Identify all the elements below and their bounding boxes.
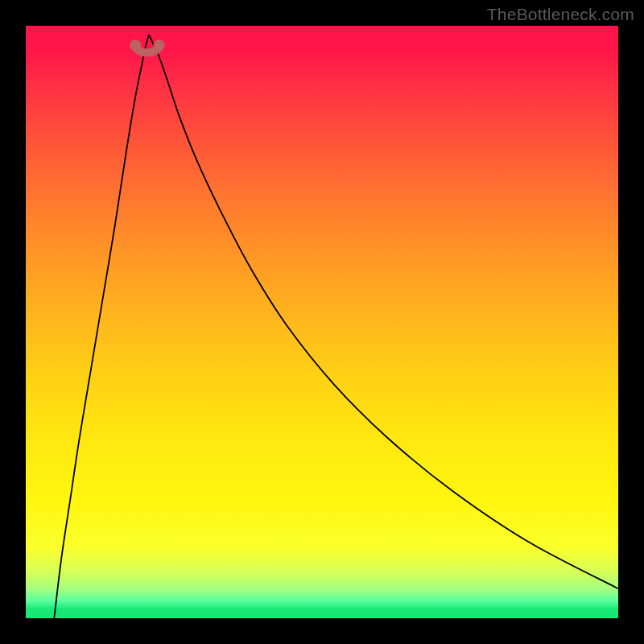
curve-right-branch [149, 35, 618, 588]
attribution-text: TheBottleneck.com [487, 5, 634, 24]
minimum-marker-left [130, 39, 141, 51]
plot-area [26, 26, 618, 618]
chart-frame: TheBottleneck.com [0, 0, 644, 644]
curve-left-branch [54, 35, 149, 618]
curve-layer [26, 26, 618, 618]
minimum-marker-right [154, 39, 165, 51]
